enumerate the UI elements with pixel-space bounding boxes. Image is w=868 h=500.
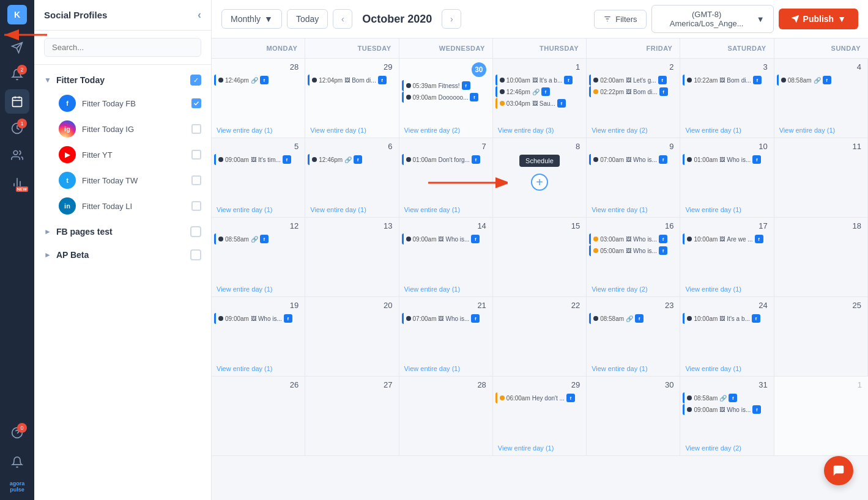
profile-item-fitter-li[interactable]: in Fitter Today LI: [34, 193, 211, 219]
event-oct19-1[interactable]: 09:00am 🖼 Who is... f: [214, 313, 302, 324]
profile-item-fitter-yt[interactable]: ▶ Fitter YT: [34, 142, 211, 167]
today-button[interactable]: Today: [287, 9, 328, 29]
view-day-sep30[interactable]: View entire day (2): [402, 125, 463, 135]
search-input[interactable]: [44, 38, 201, 57]
view-day-oct16[interactable]: View entire day (2): [589, 284, 650, 294]
next-month-button[interactable]: ›: [442, 9, 461, 29]
event-oct16-2[interactable]: 05:00am 🖼 Who is... f: [589, 245, 677, 256]
view-day-oct5[interactable]: View entire day (1): [214, 205, 275, 215]
event-oct31-1[interactable]: 08:58am 🔗 f: [683, 392, 771, 403]
event-oct29-1[interactable]: 06:00am Hey don't ... f: [495, 392, 584, 403]
nav-send-icon[interactable]: [5, 35, 29, 60]
view-day-oct12[interactable]: View entire day (1): [214, 284, 275, 294]
event-oct4-1[interactable]: 08:58am 🔗 f: [777, 75, 865, 86]
view-day-oct3[interactable]: View entire day (1): [683, 125, 744, 135]
profile-group-ap-beta-header[interactable]: ► AP Beta: [34, 244, 211, 265]
profile-checkbox-fitter-tw[interactable]: [191, 175, 201, 185]
view-day-oct19[interactable]: View entire day (1): [214, 364, 275, 373]
event-oct1-2[interactable]: 12:46pm 🔗 f: [495, 86, 584, 97]
event-oct21-1[interactable]: 07:00am 🖼 Who is... f: [402, 313, 490, 324]
view-day-oct24[interactable]: View entire day (1): [683, 364, 744, 373]
view-day-oct4[interactable]: View entire day (1): [777, 125, 838, 135]
date-oct6: 6: [308, 141, 396, 153]
profile-item-fitter-fb[interactable]: f Fitter Today FB: [34, 90, 211, 116]
view-selector-button[interactable]: Monthly ▼: [221, 9, 282, 29]
event-oct2-2[interactable]: 02:22pm 🖼 Bom di... f: [589, 86, 677, 97]
date-oct14: 14: [402, 220, 490, 233]
view-day-oct23[interactable]: View entire day (1): [589, 364, 650, 373]
profile-item-fitter-ig[interactable]: ig Fitter Today IG: [34, 116, 211, 142]
cal-cell-oct17: 17 10:00am 🖼 Are we ... f View entire da…: [680, 218, 774, 297]
sidebar-title: Social Profiles: [44, 10, 107, 20]
view-day-oct14[interactable]: View entire day (1): [402, 284, 463, 294]
event-oct10-1[interactable]: 01:00am 🖼 Who is... f: [683, 154, 771, 165]
view-day-oct7[interactable]: View entire day (1): [402, 205, 463, 215]
profile-group-fitter-today-header[interactable]: ▼ Fitter Today ✓: [34, 70, 211, 90]
event-oct7-1[interactable]: 01:00am Don't forg... f: [402, 154, 490, 165]
profile-checkbox-fitter-fb[interactable]: [191, 98, 201, 108]
profile-group-fb-pages-header[interactable]: ► FB pages test: [34, 221, 211, 242]
date-oct11: 11: [777, 141, 865, 153]
date-oct16: 16: [589, 220, 677, 233]
nav-bell-icon[interactable]: [5, 450, 29, 474]
help-badge: 0: [17, 423, 27, 433]
event-oct12-1[interactable]: 08:58am 🔗 f: [214, 233, 302, 244]
event-oct31-2[interactable]: 09:00am 🖼 Who is... f: [683, 404, 771, 415]
view-day-oct9[interactable]: View entire day (1): [589, 205, 650, 215]
date-oct30: 30: [589, 379, 677, 392]
profile-checkbox-fitter-yt[interactable]: [191, 150, 201, 160]
profile-checkbox-fitter-li[interactable]: [191, 201, 201, 211]
sidebar-collapse-btn[interactable]: ‹: [198, 9, 201, 21]
event-oct2-1[interactable]: 02:00am 🖼 Let's g... f: [589, 75, 677, 86]
nav-notifications-icon[interactable]: 2: [5, 62, 29, 87]
event-oct16-1[interactable]: 03:00am 🖼 Who is... f: [589, 233, 677, 244]
group-checkbox-fb-pages[interactable]: [190, 226, 201, 237]
event-sep30-2[interactable]: 09:00am Doooooo... f: [402, 92, 490, 103]
group-checkbox-ap-beta[interactable]: [190, 249, 201, 260]
nav-users-icon[interactable]: [5, 143, 29, 167]
profile-checkbox-fitter-ig[interactable]: [191, 124, 201, 134]
toolbar: Monthly ▼ Today ‹ October 2020 › Filters…: [212, 0, 868, 39]
event-oct6-1[interactable]: 12:46pm 🔗 f: [308, 154, 396, 165]
nav-analytics-icon[interactable]: NEW: [5, 170, 29, 194]
event-oct14-1[interactable]: 09:00am 🖼 Who is... f: [402, 233, 490, 244]
calendar-grid: 28 12:46pm 🔗 f View entire day (1) 29 12…: [212, 59, 868, 456]
event-sep29-1[interactable]: 12:04pm 🖼 Bom di... f: [308, 75, 396, 86]
event-sep28-1[interactable]: 12:46pm 🔗 f: [214, 75, 302, 86]
event-oct17-1[interactable]: 10:00am 🖼 Are we ... f: [683, 233, 771, 244]
schedule-plus-button[interactable]: +: [531, 174, 548, 191]
group-name-fitter-today: Fitter Today: [56, 75, 105, 85]
prev-month-button[interactable]: ‹: [333, 9, 352, 29]
view-day-oct1[interactable]: View entire day (3): [495, 125, 557, 135]
event-oct5-1[interactable]: 09:00am 🖼 It's tim... f: [214, 154, 302, 165]
publish-button[interactable]: Publish ▼: [779, 9, 858, 29]
view-day-oct2[interactable]: View entire day (2): [589, 125, 650, 135]
nav-calendar-icon[interactable]: [5, 89, 29, 114]
profile-name-fitter-yt: Fitter YT: [82, 150, 113, 160]
event-oct1-3[interactable]: 03:04pm 🖼 Sau... f: [495, 98, 584, 109]
timezone-selector[interactable]: (GMT-8) America/Los_Ange... ▼: [651, 5, 774, 33]
cal-cell-oct25: 25: [774, 297, 868, 377]
event-oct24-1[interactable]: 10:00am 🖼 It's a b... f: [683, 313, 771, 324]
view-day-oct17[interactable]: View entire day (1): [683, 284, 744, 294]
nav-help-icon[interactable]: 0: [5, 421, 29, 445]
chat-bubble[interactable]: [824, 456, 853, 485]
event-oct1-1[interactable]: 10:00am 🖼 It's a b... f: [495, 75, 584, 86]
filters-button[interactable]: Filters: [594, 10, 646, 29]
view-day-oct10[interactable]: View entire day (1): [683, 205, 744, 215]
nav-schedule-icon[interactable]: 1: [5, 116, 29, 141]
event-sep30-1[interactable]: 05:39am Fitness! f: [402, 80, 490, 91]
profile-item-fitter-tw[interactable]: t Fitter Today TW: [34, 167, 211, 193]
event-oct9-1[interactable]: 07:00am 🖼 Who is... f: [589, 154, 677, 165]
user-avatar[interactable]: K: [7, 5, 27, 24]
view-day-oct21[interactable]: View entire day (1): [402, 364, 463, 373]
event-oct23-1[interactable]: 08:58am 🔗 f: [589, 313, 677, 324]
view-day-oct29[interactable]: View entire day (1): [495, 443, 557, 453]
event-oct3-1[interactable]: 10:22am 🖼 Bom di... f: [683, 75, 771, 86]
svg-marker-18: [792, 15, 799, 23]
view-day-oct6[interactable]: View entire day (1): [308, 205, 369, 215]
group-checkbox-fitter-today[interactable]: ✓: [190, 75, 201, 86]
view-day-sep29[interactable]: View entire day (1): [308, 125, 369, 135]
view-day-oct31[interactable]: View entire day (2): [683, 443, 744, 453]
view-day-sep28[interactable]: View entire day (1): [214, 125, 275, 135]
